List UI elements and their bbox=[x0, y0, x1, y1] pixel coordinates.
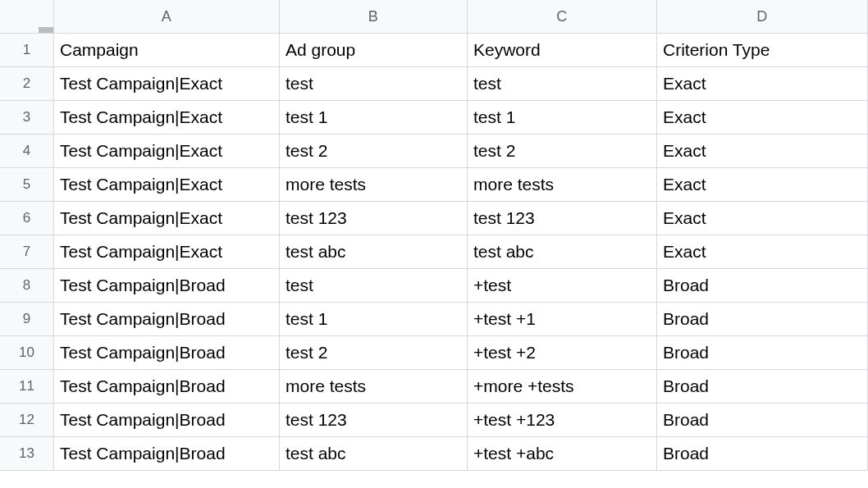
column-header-B[interactable]: B bbox=[280, 0, 468, 34]
row-header[interactable]: 4 bbox=[0, 135, 54, 168]
cell-A13[interactable]: Test Campaign|Broad bbox=[54, 437, 280, 471]
row-header[interactable]: 13 bbox=[0, 437, 54, 471]
cell-A5[interactable]: Test Campaign|Exact bbox=[54, 168, 280, 202]
cell-A6[interactable]: Test Campaign|Exact bbox=[54, 202, 280, 235]
cell-D13[interactable]: Broad bbox=[657, 437, 868, 471]
cell-D8[interactable]: Broad bbox=[657, 269, 868, 303]
cell-C9[interactable]: +test +1 bbox=[468, 303, 657, 336]
cell-B12[interactable]: test 123 bbox=[280, 404, 468, 437]
cell-A2[interactable]: Test Campaign|Exact bbox=[54, 67, 280, 101]
cell-A10[interactable]: Test Campaign|Broad bbox=[54, 336, 280, 370]
cell-B2[interactable]: test bbox=[280, 67, 468, 101]
cell-B5[interactable]: more tests bbox=[280, 168, 468, 202]
cell-C6[interactable]: test 123 bbox=[468, 202, 657, 235]
cell-B11[interactable]: more tests bbox=[280, 370, 468, 404]
cell-D4[interactable]: Exact bbox=[657, 135, 868, 168]
cell-C13[interactable]: +test +abc bbox=[468, 437, 657, 471]
cell-A9[interactable]: Test Campaign|Broad bbox=[54, 303, 280, 336]
cell-D6[interactable]: Exact bbox=[657, 202, 868, 235]
cell-C11[interactable]: +more +tests bbox=[468, 370, 657, 404]
cell-D11[interactable]: Broad bbox=[657, 370, 868, 404]
cell-B3[interactable]: test 1 bbox=[280, 101, 468, 135]
cell-C10[interactable]: +test +2 bbox=[468, 336, 657, 370]
cell-B4[interactable]: test 2 bbox=[280, 135, 468, 168]
spreadsheet-grid[interactable]: A B C D 1 Campaign Ad group Keyword Crit… bbox=[0, 0, 868, 471]
cell-C12[interactable]: +test +123 bbox=[468, 404, 657, 437]
row-header[interactable]: 5 bbox=[0, 168, 54, 202]
cell-B1[interactable]: Ad group bbox=[280, 34, 468, 67]
cell-C3[interactable]: test 1 bbox=[468, 101, 657, 135]
row-header[interactable]: 6 bbox=[0, 202, 54, 235]
row-header[interactable]: 1 bbox=[0, 34, 54, 67]
row-header[interactable]: 11 bbox=[0, 370, 54, 404]
cell-B7[interactable]: test abc bbox=[280, 235, 468, 269]
row-header[interactable]: 7 bbox=[0, 235, 54, 269]
cell-C1[interactable]: Keyword bbox=[468, 34, 657, 67]
cell-C7[interactable]: test abc bbox=[468, 235, 657, 269]
cell-A11[interactable]: Test Campaign|Broad bbox=[54, 370, 280, 404]
cell-D7[interactable]: Exact bbox=[657, 235, 868, 269]
column-header-C[interactable]: C bbox=[468, 0, 657, 34]
cell-B8[interactable]: test bbox=[280, 269, 468, 303]
cell-C2[interactable]: test bbox=[468, 67, 657, 101]
cell-A12[interactable]: Test Campaign|Broad bbox=[54, 404, 280, 437]
cell-D12[interactable]: Broad bbox=[657, 404, 868, 437]
cell-D9[interactable]: Broad bbox=[657, 303, 868, 336]
row-header[interactable]: 8 bbox=[0, 269, 54, 303]
cell-B13[interactable]: test abc bbox=[280, 437, 468, 471]
cell-A3[interactable]: Test Campaign|Exact bbox=[54, 101, 280, 135]
cell-D3[interactable]: Exact bbox=[657, 101, 868, 135]
row-header[interactable]: 9 bbox=[0, 303, 54, 336]
row-header[interactable]: 2 bbox=[0, 67, 54, 101]
cell-D2[interactable]: Exact bbox=[657, 67, 868, 101]
cell-C8[interactable]: +test bbox=[468, 269, 657, 303]
cell-B9[interactable]: test 1 bbox=[280, 303, 468, 336]
select-all-corner[interactable] bbox=[0, 0, 54, 34]
cell-B6[interactable]: test 123 bbox=[280, 202, 468, 235]
row-header[interactable]: 3 bbox=[0, 101, 54, 135]
cell-D5[interactable]: Exact bbox=[657, 168, 868, 202]
cell-D10[interactable]: Broad bbox=[657, 336, 868, 370]
row-header[interactable]: 12 bbox=[0, 404, 54, 437]
cell-A7[interactable]: Test Campaign|Exact bbox=[54, 235, 280, 269]
cell-D1[interactable]: Criterion Type bbox=[657, 34, 868, 67]
column-header-A[interactable]: A bbox=[54, 0, 280, 34]
cell-A8[interactable]: Test Campaign|Broad bbox=[54, 269, 280, 303]
cell-C4[interactable]: test 2 bbox=[468, 135, 657, 168]
column-header-D[interactable]: D bbox=[657, 0, 868, 34]
cell-A4[interactable]: Test Campaign|Exact bbox=[54, 135, 280, 168]
cell-B10[interactable]: test 2 bbox=[280, 336, 468, 370]
cell-C5[interactable]: more tests bbox=[468, 168, 657, 202]
cell-A1[interactable]: Campaign bbox=[54, 34, 280, 67]
row-header[interactable]: 10 bbox=[0, 336, 54, 370]
